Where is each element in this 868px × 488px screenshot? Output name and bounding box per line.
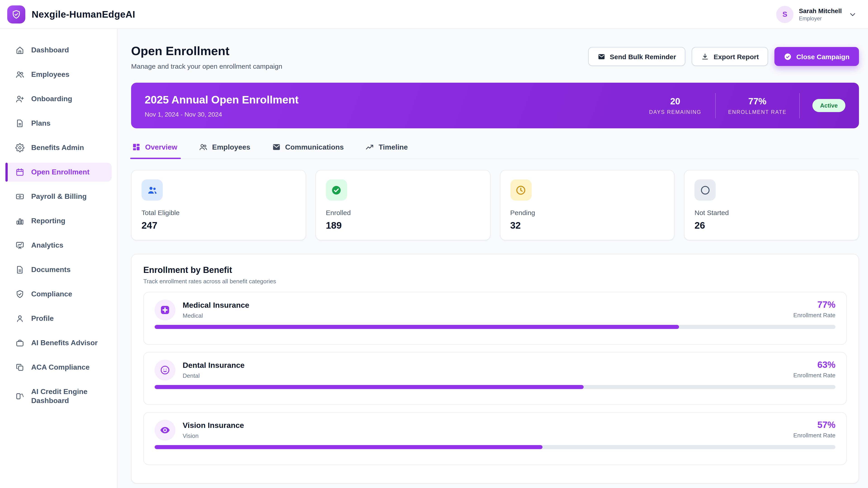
sidebar-item-label: Payroll & Billing <box>31 192 87 201</box>
file-text-icon <box>16 265 24 274</box>
divider <box>799 93 800 118</box>
sidebar-item[interactable]: Documents <box>5 260 112 279</box>
status-badge: Active <box>812 99 845 112</box>
benefit-icon-wrap <box>155 420 176 441</box>
app-root: Nexgile-HumanEdgeAI S Sarah Mitchell Emp… <box>0 0 868 488</box>
sidebar-item[interactable]: Plans <box>5 114 112 133</box>
main-content: Open Enrollment Manage and track your op… <box>118 29 868 488</box>
user-icon <box>16 314 24 323</box>
medical-cross-icon <box>160 304 170 315</box>
mail-icon <box>598 53 605 60</box>
user-meta: Sarah Mitchell Employer <box>799 7 842 22</box>
brand: Nexgile-HumanEdgeAI <box>7 5 135 23</box>
campaign-info: 2025 Annual Open Enrollment Nov 1, 2024 … <box>145 93 299 118</box>
benefit-name: Dental Insurance <box>183 361 245 370</box>
sidebar-item-label: Benefits Admin <box>31 143 84 152</box>
app-logo <box>7 5 25 23</box>
tab[interactable]: Communications <box>271 143 345 159</box>
benefit-stat <box>155 334 325 337</box>
campaign-date-range: Nov 1, 2024 - Nov 30, 2024 <box>145 110 299 118</box>
sidebar-item[interactable]: Payroll & Billing <box>5 187 112 206</box>
avatar: S <box>776 6 794 23</box>
benefit-card: Medical Insurance Medical 77% Enrollment… <box>143 292 847 345</box>
benefit-stat <box>155 455 325 457</box>
sidebar-item[interactable]: Employees <box>5 65 112 84</box>
sidebar-item-label: Onboarding <box>31 94 72 103</box>
benefit-stat <box>325 394 495 397</box>
sidebar-nav-list: Dashboard Employees Onboarding Plans Ben… <box>5 41 112 410</box>
benefit-stats-row <box>155 334 835 337</box>
page-title-block: Open Enrollment Manage and track your op… <box>131 44 282 70</box>
sidebar-item[interactable]: ACA Compliance <box>5 358 112 377</box>
benefit-titles: Dental Insurance Dental <box>183 361 245 379</box>
users-icon <box>199 143 208 151</box>
presentation-chart-icon <box>16 241 24 250</box>
campaign-metrics: 20 DAYS REMAINING 77% ENROLLMENT RATE Ac… <box>648 93 845 118</box>
sidebar-item-label: Open Enrollment <box>31 168 90 177</box>
divider <box>715 93 715 118</box>
benefit-rate: 63% Enrollment Rate <box>794 360 835 379</box>
benefit-stat <box>665 334 835 337</box>
sidebar-item-label: Employees <box>31 70 69 79</box>
sidebar: Dashboard Employees Onboarding Plans Ben… <box>0 29 118 488</box>
benefit-stats-row <box>155 394 835 397</box>
sidebar-item[interactable]: Benefits Admin <box>5 138 112 157</box>
campaign-banner: 2025 Annual Open Enrollment Nov 1, 2024 … <box>131 83 859 128</box>
action-button[interactable]: Export Report <box>692 47 768 66</box>
gear-icon <box>16 143 24 152</box>
check-circle-filled-icon <box>331 185 342 195</box>
benefit-stat <box>665 455 835 457</box>
tab[interactable]: Overview <box>131 143 178 159</box>
briefcase-icon <box>16 338 24 348</box>
benefit-stat <box>495 334 665 337</box>
stat-card: Not Started 26 <box>684 170 859 240</box>
benefit-stats-row <box>155 455 835 457</box>
days-remaining: 20 DAYS REMAINING <box>648 96 702 115</box>
sidebar-item[interactable]: AI Benefits Advisor <box>5 333 112 352</box>
sidebar-item[interactable]: AI Credit Engine Dashboard <box>5 382 112 410</box>
sidebar-item[interactable]: Profile <box>5 309 112 328</box>
days-remaining-label: DAYS REMAINING <box>648 109 702 115</box>
page-header: Open Enrollment Manage and track your op… <box>131 44 859 70</box>
sidebar-item-label: Documents <box>31 265 70 274</box>
enrollment-rate: 77% ENROLLMENT RATE <box>728 96 786 115</box>
sidebar-item[interactable]: Compliance <box>5 285 112 304</box>
user-plus-icon <box>16 94 24 103</box>
sidebar-item-label: AI Credit Engine Dashboard <box>31 387 107 405</box>
progress-track <box>155 325 835 329</box>
app-title: Nexgile-HumanEdgeAI <box>32 9 135 20</box>
sidebar-item[interactable]: Open Enrollment <box>5 163 112 182</box>
action-button-label: Close Campaign <box>796 53 849 60</box>
progress-track <box>155 385 835 389</box>
avatar-initial: S <box>782 10 787 18</box>
action-button[interactable]: Send Bulk Reminder <box>588 47 686 66</box>
tab[interactable]: Timeline <box>365 143 409 159</box>
benefit-rate-value: 77% <box>794 300 835 310</box>
user-role: Employer <box>799 15 842 22</box>
panel-subtitle: Track enrollment rates across all benefi… <box>143 278 847 285</box>
sidebar-item[interactable]: Analytics <box>5 236 112 255</box>
benefit-stat <box>325 455 495 457</box>
sidebar-item-label: ACA Compliance <box>31 363 90 372</box>
shield-check-icon <box>16 290 24 299</box>
mail-icon <box>272 143 281 151</box>
benefit-rate-label: Enrollment Rate <box>794 372 835 379</box>
progress-fill <box>155 325 679 329</box>
stat-label: Not Started <box>694 209 849 217</box>
sidebar-item[interactable]: Reporting <box>5 212 112 230</box>
benefit-name: Vision Insurance <box>183 421 244 430</box>
enrollment-by-benefit-panel: Enrollment by Benefit Track enrollment r… <box>131 254 859 484</box>
file-text-icon <box>16 119 24 128</box>
user-menu[interactable]: S Sarah Mitchell Employer <box>776 6 856 23</box>
benefit-header: Vision Insurance Vision 57% Enrollment R… <box>155 420 835 441</box>
sidebar-item[interactable]: Dashboard <box>5 41 112 60</box>
tab[interactable]: Employees <box>198 143 251 159</box>
benefit-stat <box>665 394 835 397</box>
stat-icon-wrap <box>510 180 531 201</box>
sidebar-item-label: Analytics <box>31 241 63 250</box>
benefit-name: Medical Insurance <box>183 301 249 310</box>
page-title: Open Enrollment <box>131 44 282 58</box>
action-button[interactable]: Close Campaign <box>775 47 859 66</box>
sidebar-item-label: Dashboard <box>31 46 69 55</box>
sidebar-item[interactable]: Onboarding <box>5 90 112 108</box>
